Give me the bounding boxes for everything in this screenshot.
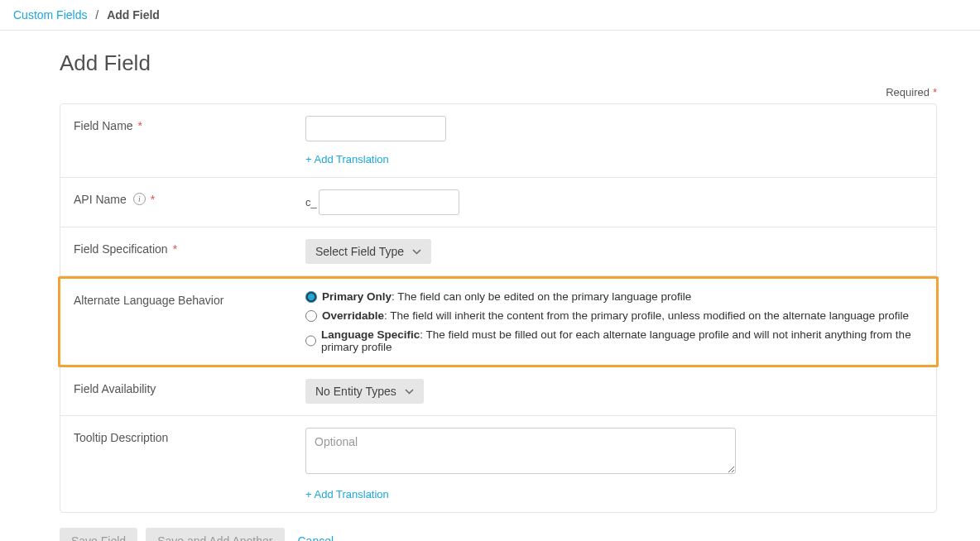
add-translation-link[interactable]: + Add Translation [305, 488, 389, 500]
radio-input-overridable[interactable] [305, 310, 317, 322]
radio-label: Primary Only: The field can only be edit… [322, 290, 691, 303]
form-actions: Save Field Save and Add Another Cancel [60, 528, 937, 541]
label-tooltip: Tooltip Description [74, 428, 305, 500]
label-alt-lang: Alternate Language Behavior [74, 290, 305, 353]
label-text: Alternate Language Behavior [74, 294, 223, 307]
save-field-button[interactable]: Save Field [60, 528, 137, 541]
label-text: Field Specification [74, 242, 168, 256]
radio-input-primary-only[interactable] [305, 291, 317, 303]
info-icon[interactable]: i [133, 193, 146, 205]
label-text: API Name [74, 193, 127, 206]
cancel-link[interactable]: Cancel [298, 534, 334, 541]
label-text: Field Name [74, 119, 133, 132]
label-api-name: API Name i * [74, 189, 305, 215]
radio-language-specific[interactable]: Language Specific: The field must be fil… [305, 328, 923, 353]
api-name-input[interactable] [319, 189, 459, 215]
label-field-availability: Field Availability [74, 379, 305, 404]
required-asterisk: * [138, 119, 142, 132]
breadcrumb-parent-link[interactable]: Custom Fields [13, 8, 87, 22]
label-field-name: Field Name * [74, 116, 305, 165]
label-field-spec: Field Specification * [74, 239, 305, 264]
breadcrumb-separator: / [95, 8, 98, 22]
radio-label: Overridable: The field will inherit the … [322, 309, 909, 322]
entity-types-select[interactable]: No Entity Types [305, 379, 424, 404]
select-label: Select Field Type [315, 245, 404, 258]
required-label: Required [886, 86, 930, 98]
page-title: Add Field [60, 50, 937, 76]
field-name-input[interactable] [305, 116, 446, 141]
breadcrumb: Custom Fields / Add Field [0, 0, 980, 31]
form-panel: Field Name * + Add Translation API Name … [60, 103, 937, 513]
breadcrumb-current: Add Field [107, 8, 160, 22]
label-text: Tooltip Description [74, 431, 168, 444]
chevron-down-icon [405, 389, 414, 395]
add-translation-link[interactable]: + Add Translation [305, 153, 389, 165]
field-type-select[interactable]: Select Field Type [305, 239, 431, 264]
radio-overridable[interactable]: Overridable: The field will inherit the … [305, 309, 923, 322]
required-indicator: Required* [60, 86, 937, 98]
row-field-availability: Field Availability No Entity Types [60, 367, 936, 416]
row-alt-lang-behavior: Alternate Language Behavior Primary Only… [58, 276, 939, 367]
radio-input-language-specific[interactable] [305, 335, 316, 347]
row-api-name: API Name i * c_ [60, 178, 936, 227]
required-asterisk: * [151, 193, 155, 206]
row-tooltip-description: Tooltip Description + Add Translation [60, 416, 936, 512]
tooltip-textarea[interactable] [305, 428, 736, 474]
row-field-name: Field Name * + Add Translation [60, 104, 936, 178]
select-label: No Entity Types [315, 385, 396, 398]
label-text: Field Availability [74, 382, 156, 395]
row-field-spec: Field Specification * Select Field Type [60, 227, 936, 276]
required-asterisk: * [173, 242, 177, 256]
radio-primary-only[interactable]: Primary Only: The field can only be edit… [305, 290, 923, 303]
radio-label: Language Specific: The field must be fil… [321, 328, 923, 353]
save-and-add-another-button[interactable]: Save and Add Another [146, 528, 284, 541]
api-name-prefix: c_ [305, 196, 317, 208]
chevron-down-icon [412, 249, 421, 255]
required-asterisk: * [933, 86, 937, 98]
